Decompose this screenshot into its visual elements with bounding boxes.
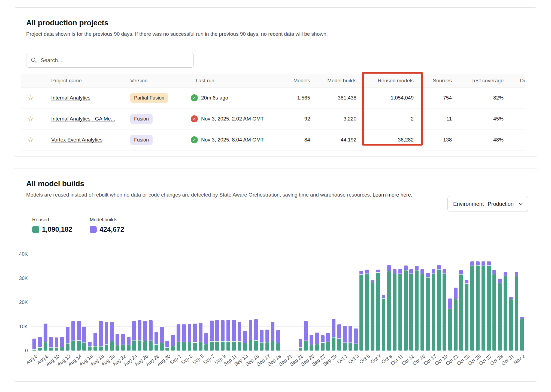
chart-bar[interactable] xyxy=(509,297,513,351)
star-icon[interactable]: ☆ xyxy=(27,136,34,144)
chart-bar[interactable] xyxy=(32,339,36,351)
chart-bar[interactable] xyxy=(487,261,491,351)
chart-bar[interactable] xyxy=(143,321,147,351)
chart-bar[interactable] xyxy=(127,337,131,351)
chart-bar[interactable] xyxy=(371,280,374,351)
environment-select[interactable]: Environment Production xyxy=(447,196,528,212)
table-row[interactable]: ☆Internal AnalyticsPartial-Fusion✓20m 6s… xyxy=(21,88,525,108)
chart-bar[interactable] xyxy=(55,337,59,351)
chart-bar[interactable] xyxy=(254,319,258,351)
chart-bar[interactable] xyxy=(376,270,380,351)
chart-bar[interactable] xyxy=(321,335,325,351)
chart-bar[interactable] xyxy=(38,337,42,351)
chart-bar[interactable] xyxy=(110,322,114,351)
chart-bar[interactable] xyxy=(465,280,469,351)
chart-bar[interactable] xyxy=(149,320,153,351)
chart-bar[interactable] xyxy=(260,330,264,351)
chart-bar[interactable] xyxy=(121,334,125,351)
chart-bar[interactable] xyxy=(71,321,75,351)
chart-bar[interactable] xyxy=(226,320,230,351)
search-box[interactable] xyxy=(26,53,194,68)
chart-bar[interactable] xyxy=(349,326,352,351)
chart-bar[interactable] xyxy=(155,332,158,351)
chart-bar[interactable] xyxy=(165,341,169,351)
table-row[interactable]: ☆Vortex Event AnalyticsFusion✓Nov 3, 202… xyxy=(21,129,525,150)
chart-bar[interactable] xyxy=(49,337,53,351)
chart-bar[interactable] xyxy=(326,333,330,351)
chart-bar[interactable] xyxy=(249,320,253,351)
chart-bar[interactable] xyxy=(232,320,236,351)
chart-bar[interactable] xyxy=(354,328,358,351)
chart-bar[interactable] xyxy=(171,335,175,351)
chart-bar[interactable] xyxy=(160,327,164,351)
chart-bar[interactable] xyxy=(310,335,313,351)
chart-bar[interactable] xyxy=(238,322,241,351)
project-name-link[interactable]: Internal Analytics xyxy=(51,95,90,101)
chart-bar[interactable] xyxy=(99,321,103,351)
chart-bar[interactable] xyxy=(299,339,302,351)
chart-bar[interactable] xyxy=(448,298,452,351)
chart-bar[interactable] xyxy=(387,265,391,351)
chart-bar[interactable] xyxy=(138,320,142,351)
chart-bar[interactable] xyxy=(116,334,119,351)
chart-bar[interactable] xyxy=(393,269,396,351)
chart-bar[interactable] xyxy=(66,327,69,351)
chart-bar[interactable] xyxy=(454,288,458,351)
chart-bar[interactable] xyxy=(60,337,64,351)
chart-bar[interactable] xyxy=(515,272,519,351)
chart-bar[interactable] xyxy=(188,324,192,351)
chart-bar[interactable] xyxy=(193,324,197,351)
chart-bar[interactable] xyxy=(93,333,97,351)
chart-bar[interactable] xyxy=(498,279,502,351)
chart-bar[interactable] xyxy=(409,269,413,351)
chart-bar[interactable] xyxy=(182,324,186,351)
chart-bar[interactable] xyxy=(82,327,86,351)
chart-bar[interactable] xyxy=(476,261,480,351)
chart-bar[interactable] xyxy=(304,321,308,351)
chart-bar[interactable] xyxy=(332,319,336,351)
chart-bar[interactable] xyxy=(470,261,474,351)
chart-bar[interactable] xyxy=(271,322,275,351)
chart-bar[interactable] xyxy=(504,272,507,351)
project-name-link[interactable]: Internal Analytics - GA Me... xyxy=(51,116,115,122)
chart-bar[interactable] xyxy=(210,321,214,351)
chart-bar[interactable] xyxy=(337,324,341,351)
chart-bar[interactable] xyxy=(415,266,419,351)
chart-bar[interactable] xyxy=(44,324,47,351)
search-input[interactable] xyxy=(40,57,193,64)
chart-bar[interactable] xyxy=(432,269,435,351)
chart-bar[interactable] xyxy=(437,265,441,351)
chart-bar[interactable] xyxy=(343,326,347,351)
chart-bar[interactable] xyxy=(359,271,363,351)
chart-bar[interactable] xyxy=(492,270,496,351)
chart-bar[interactable] xyxy=(132,321,136,351)
table-row[interactable]: ☆Internal Analytics - GA Me...Fusion✕Nov… xyxy=(21,108,525,129)
chart-bar[interactable] xyxy=(199,323,202,351)
chart-bar[interactable] xyxy=(177,324,180,351)
chart-bar[interactable] xyxy=(482,261,485,351)
chart-bar[interactable] xyxy=(382,295,386,351)
chart-bar[interactable] xyxy=(204,333,208,351)
chart-bar[interactable] xyxy=(276,330,280,351)
chart-bar[interactable] xyxy=(459,270,463,351)
x-axis-tick-label: Oct 17 xyxy=(423,353,438,367)
chart-bar[interactable] xyxy=(88,342,92,351)
project-name-link[interactable]: Vortex Event Analytics xyxy=(51,137,102,143)
chart-bar[interactable] xyxy=(398,269,402,351)
chart-bar[interactable] xyxy=(315,333,319,351)
star-icon[interactable]: ☆ xyxy=(27,115,34,123)
chart-bar[interactable] xyxy=(443,269,446,351)
chart-bar[interactable] xyxy=(77,321,81,351)
chart-bar[interactable] xyxy=(243,331,247,351)
chart-bar[interactable] xyxy=(420,269,424,351)
chart-bar[interactable] xyxy=(426,273,430,351)
chart-bar[interactable] xyxy=(265,330,269,351)
chart-bar[interactable] xyxy=(221,320,225,351)
learn-more-link[interactable]: Learn more here. xyxy=(373,192,412,198)
chart-bar[interactable] xyxy=(404,266,408,351)
chart-bar[interactable] xyxy=(215,320,219,351)
chart-bar[interactable] xyxy=(365,270,369,351)
chart-bar[interactable] xyxy=(105,322,108,351)
star-icon[interactable]: ☆ xyxy=(27,94,34,102)
chart-bar[interactable] xyxy=(520,317,524,351)
